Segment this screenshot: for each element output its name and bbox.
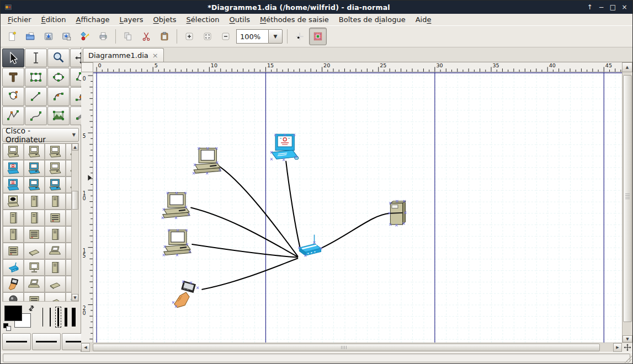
menu-fichier[interactable]: Fichier [3, 14, 36, 25]
sheet-selector[interactable]: Cisco - Ordinateur ▼ [2, 128, 79, 142]
palette-shape-7[interactable] [45, 160, 66, 176]
maximize-button[interactable]: □ [608, 3, 618, 12]
horizontal-scrollbar[interactable]: ◀ ▶ [81, 343, 622, 352]
paste-button[interactable] [156, 28, 173, 45]
pan-canvas-button[interactable] [622, 343, 632, 352]
palette-shape-28[interactable] [66, 243, 71, 259]
line-width-option-5[interactable] [63, 307, 69, 328]
tab-diagramme1[interactable]: Diagramme1.dia × [83, 48, 164, 62]
zoom-out-button[interactable] [217, 28, 235, 45]
palette-shape-6[interactable] [24, 160, 45, 176]
palette-shape-9[interactable] [3, 176, 24, 193]
menu-boites-de-dialogue[interactable]: Boîtes de dialogue [334, 14, 411, 25]
menu-methodes-de-saisie[interactable]: Méthodes de saisie [255, 14, 334, 25]
minimize-button[interactable]: − [597, 3, 606, 12]
tool-arc[interactable] [47, 87, 70, 106]
canvas[interactable] [93, 72, 622, 342]
palette-shape-10[interactable] [24, 176, 45, 193]
save-button[interactable] [40, 28, 57, 45]
tab-close-icon[interactable]: × [152, 52, 158, 59]
zoom-level-input[interactable] [236, 29, 268, 44]
tool-ellipse[interactable] [47, 68, 70, 87]
palette-shape-18[interactable] [24, 210, 45, 226]
tool-line[interactable] [25, 87, 47, 106]
zoom-dropdown-arrow[interactable]: ▼ [268, 29, 283, 44]
palette-shape-11[interactable] [45, 176, 66, 193]
copy-button[interactable] [119, 28, 137, 45]
export-button[interactable] [76, 28, 94, 45]
palette-shape-25[interactable] [3, 243, 24, 259]
palette-shape-14[interactable] [24, 193, 45, 210]
palette-shape-5[interactable] [3, 160, 24, 176]
palette-shape-19[interactable] [45, 210, 66, 226]
palette-shape-1[interactable] [3, 143, 24, 160]
line-width-option-7[interactable] [71, 307, 77, 328]
default-colors-swatch-bg[interactable] [6, 326, 11, 331]
palette-scrollbar[interactable]: ▲ ▼ [71, 143, 78, 301]
palette-shape-8[interactable] [66, 160, 71, 176]
tool-text-edit[interactable] [25, 49, 47, 67]
new-diagram-button[interactable] [3, 28, 21, 45]
menu-outils[interactable]: Outils [225, 14, 256, 25]
palette-shape-40[interactable] [66, 292, 71, 301]
foreground-color-swatch[interactable] [4, 306, 22, 321]
palette-shape-39[interactable] [45, 292, 66, 301]
device-host[interactable] [388, 200, 406, 227]
open-button[interactable] [22, 28, 39, 45]
menu-aide[interactable]: Aide [411, 14, 437, 25]
cut-button[interactable] [137, 28, 155, 45]
tool-text[interactable] [2, 68, 24, 87]
menu-edition[interactable]: Édition [36, 14, 71, 25]
horizontal-scroll-left-arrow[interactable]: ◀ [81, 343, 90, 352]
window-resize-grip[interactable] [625, 356, 632, 363]
palette-shape-29[interactable] [3, 259, 24, 276]
swap-colors-icon[interactable] [28, 304, 35, 312]
line-style-button[interactable] [32, 333, 61, 350]
menu-selection[interactable]: Sélection [182, 14, 225, 25]
palette-scrollbar-thumb[interactable] [72, 191, 78, 210]
palette-shape-38[interactable] [24, 292, 45, 301]
menu-objets[interactable]: Objets [148, 14, 182, 25]
vertical-scrollbar-thumb[interactable] [623, 75, 632, 322]
palette-shape-35[interactable] [45, 276, 66, 292]
palette-shape-22[interactable] [24, 226, 45, 243]
palette-shape-16[interactable] [66, 193, 71, 210]
tool-image[interactable] [47, 106, 70, 125]
palette-shape-12[interactable] [66, 176, 71, 193]
tool-magnify[interactable] [47, 49, 70, 67]
palette-shape-37[interactable] [3, 292, 24, 301]
palette-shape-4[interactable] [66, 143, 71, 160]
palette-shape-2[interactable] [24, 143, 45, 160]
vertical-scroll-up-arrow[interactable]: ▲ [622, 62, 632, 72]
line-start-style-button[interactable] [2, 333, 31, 350]
palette-shape-23[interactable] [45, 226, 66, 243]
tool-bezierline[interactable] [25, 106, 47, 125]
palette-shape-36[interactable] [66, 276, 71, 292]
line-width-option-2[interactable] [47, 307, 54, 328]
snap-to-grid-toggle[interactable] [291, 28, 308, 45]
snap-to-objects-toggle[interactable] [309, 28, 327, 45]
horizontal-scrollbar-thumb[interactable] [93, 344, 600, 351]
menu-layers[interactable]: Layers [115, 14, 148, 25]
palette-scroll-down-arrow[interactable]: ▼ [72, 294, 78, 301]
tool-modify[interactable] [2, 49, 24, 67]
palette-shape-20[interactable] [66, 210, 71, 226]
palette-scroll-up-arrow[interactable]: ▲ [72, 143, 78, 151]
palette-shape-3[interactable] [45, 143, 66, 160]
tool-box[interactable] [25, 68, 47, 87]
close-button[interactable]: × [620, 3, 629, 12]
vertical-scroll-down-arrow[interactable]: ▼ [623, 335, 632, 342]
palette-shape-26[interactable] [24, 243, 45, 259]
palette-shape-21[interactable] [3, 226, 24, 243]
save-as-button[interactable] [58, 28, 76, 45]
title-bar[interactable]: *Diagramme1.dia (/home/wilfrid) - dia-no… [1, 1, 632, 14]
line-width-option-1[interactable] [40, 307, 46, 328]
palette-shape-24[interactable] [66, 226, 71, 243]
horizontal-scroll-right-arrow[interactable]: ▶ [613, 343, 622, 352]
palette-shape-17[interactable] [3, 210, 24, 226]
palette-shape-32[interactable] [66, 259, 71, 276]
shade-button[interactable]: ↑ [585, 3, 594, 12]
palette-shape-13[interactable] [3, 193, 24, 210]
palette-shape-30[interactable] [24, 259, 45, 276]
palette-shape-15[interactable] [45, 193, 66, 210]
